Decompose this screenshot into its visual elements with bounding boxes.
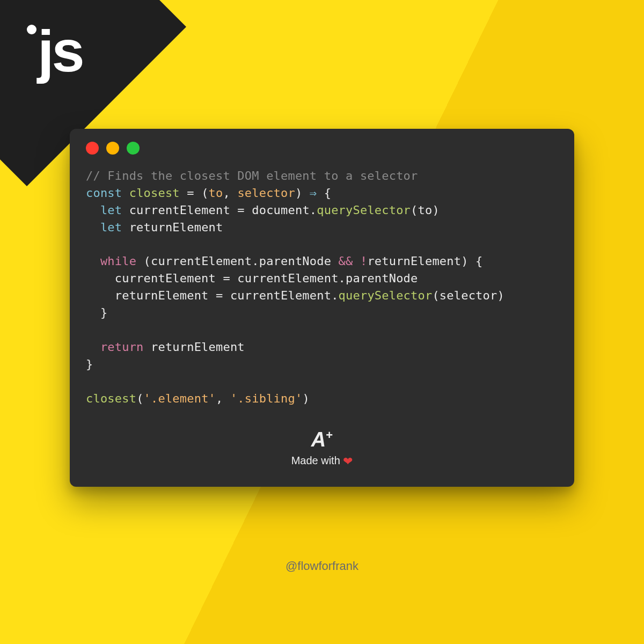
aplus-plus: + xyxy=(326,429,333,442)
close-icon[interactable] xyxy=(86,142,99,155)
made-with-text: Made with xyxy=(291,455,343,466)
js-dot-icon xyxy=(27,25,36,34)
minimize-icon[interactable] xyxy=(106,142,119,155)
aplus-a: A xyxy=(311,428,326,451)
js-badge-text: js xyxy=(38,18,83,84)
js-badge: js xyxy=(27,21,83,80)
window-controls xyxy=(86,142,558,155)
made-with-line: Made with ❤ xyxy=(86,455,558,469)
author-handle: @flowforfrank xyxy=(0,559,644,573)
code-block: // Finds the closest DOM element to a se… xyxy=(86,167,558,407)
aplus-logo: A+ xyxy=(86,428,558,451)
zoom-icon[interactable] xyxy=(127,142,140,155)
code-comment: // Finds the closest DOM element to a se… xyxy=(86,169,418,182)
code-window: // Finds the closest DOM element to a se… xyxy=(70,129,574,487)
window-footer: A+ Made with ❤ xyxy=(86,428,558,469)
heart-icon: ❤ xyxy=(343,455,353,468)
